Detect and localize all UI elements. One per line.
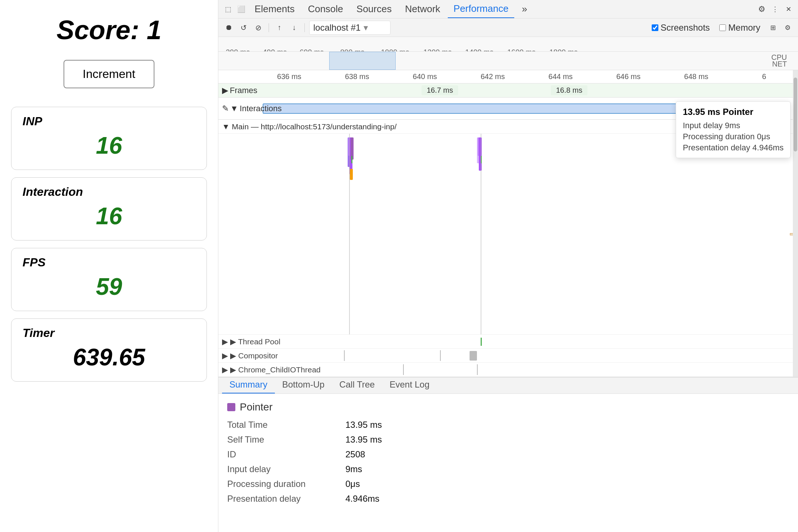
zoom-638: 638 ms: [323, 72, 391, 81]
ruler-600ms: 600 ms: [300, 48, 324, 52]
tab-elements[interactable]: Elements: [249, 0, 300, 18]
ruler-1400ms: 1400 ms: [465, 48, 494, 52]
reload-record-button[interactable]: ↺: [238, 22, 249, 34]
summary-presentation-key: Presentation delay: [227, 494, 345, 504]
clear-button[interactable]: ⊘: [252, 22, 264, 34]
child-iothread-row[interactable]: ▶ ▶ Chrome_ChildIOThread: [218, 363, 798, 377]
id-val: 2508: [345, 449, 365, 460]
tooltip-presentation-label: Presentation delay: [683, 143, 750, 152]
device-icon[interactable]: ⬜: [235, 3, 247, 15]
tab-event-log[interactable]: Event Log: [382, 376, 437, 393]
score-label: Score:: [57, 15, 139, 45]
memory-toggle[interactable]: Memory: [719, 23, 760, 33]
child-io-tri: ▶: [222, 365, 228, 374]
increment-button[interactable]: Increment: [64, 60, 154, 88]
frames-row: ▶ Frames 16.7 ms 16.8 ms: [218, 83, 798, 98]
screenshots-toggle[interactable]: Screenshots: [652, 23, 710, 33]
inp-label: INP: [23, 115, 195, 128]
pointer-header: Pointer: [227, 401, 789, 413]
tab-network[interactable]: Network: [399, 0, 446, 18]
tooltip-presentation: Presentation delay 4.946ms: [683, 143, 784, 153]
total-time-key: Total Time: [227, 420, 345, 430]
compositor-row[interactable]: ▶ ▶ Compositor: [218, 349, 798, 363]
selection-region: [329, 52, 396, 70]
ruler-1200ms: 1200 ms: [423, 48, 452, 52]
tab-more[interactable]: »: [516, 0, 533, 18]
fps-value: 59: [23, 273, 195, 300]
compositor-label: ▶ Compositor: [230, 351, 278, 360]
timer-value: 639.65: [23, 344, 195, 371]
screenshots-checkbox[interactable]: [652, 24, 658, 31]
tab-performance[interactable]: Performance: [448, 0, 515, 18]
zoom-640: 640 ms: [391, 72, 459, 81]
tab-summary[interactable]: Summary: [222, 376, 275, 393]
childio-tick-2: [477, 364, 478, 375]
tooltip-processing: Processing duration 0μs: [683, 132, 784, 141]
flame-chart[interactable]: [218, 134, 798, 335]
interaction-card: Interaction 16: [11, 177, 207, 241]
self-time-key: Self Time: [227, 434, 345, 445]
fps-card: FPS 59: [11, 248, 207, 311]
bottom-tabs: Summary Bottom-Up Call Tree Event Log: [218, 378, 798, 394]
summary-table: Total Time 13.95 ms Self Time 13.95 ms I…: [227, 420, 789, 504]
id-row: ID 2508: [227, 449, 789, 460]
cpu-net-overview: CPU NET: [218, 52, 798, 70]
thread-pool-green: [481, 338, 482, 346]
ruler-1000ms: 1000 ms: [381, 48, 409, 52]
zoom-end: 6: [730, 72, 798, 81]
url-chevron-icon: ▾: [364, 23, 368, 33]
pointer-title: Pointer: [240, 401, 273, 413]
close-icon[interactable]: ✕: [782, 3, 794, 15]
record-button[interactable]: ⏺: [223, 22, 235, 34]
timer-card: Timer 639.65: [11, 318, 207, 382]
ruler-200ms: 200 ms: [226, 48, 250, 52]
toolbar-separator-2: [304, 23, 305, 32]
memory-checkbox[interactable]: [719, 24, 726, 31]
summary-processing-row: Processing duration 0μs: [227, 479, 789, 489]
capture-settings-icon[interactable]: ⊞: [767, 22, 779, 34]
devtools-tabbar: ⬚ ⬜ Elements Console Sources Network Per…: [218, 0, 798, 18]
thread-pool-row[interactable]: ▶ ▶ Thread Pool: [218, 335, 798, 349]
thread-pool-tri: ▶: [222, 337, 228, 346]
thread-pool-label: ▶ Thread Pool: [230, 337, 280, 346]
timeline-main[interactable]: 636 ms 638 ms 640 ms 642 ms 644 ms 646 m…: [218, 70, 798, 377]
interaction-label: Interaction: [23, 185, 195, 199]
interaction-tooltip: 13.95 ms Pointer Input delay 9ms Process…: [676, 101, 791, 158]
frames-badge-2: 16.8 ms: [551, 85, 587, 95]
upload-button[interactable]: ↑: [273, 22, 285, 34]
tooltip-processing-val: 0μs: [757, 132, 770, 141]
timer-label: Timer: [23, 326, 195, 340]
tab-bottom-up[interactable]: Bottom-Up: [275, 376, 332, 393]
frames-label: ▶ Frames: [222, 86, 258, 95]
summary-presentation-val: 4.946ms: [345, 494, 379, 504]
inp-value: 16: [23, 132, 195, 159]
id-key: ID: [227, 449, 345, 460]
ruler-400ms: 400 ms: [263, 48, 287, 52]
inspect-icon[interactable]: ⬚: [222, 3, 234, 15]
tab-console[interactable]: Console: [302, 0, 349, 18]
left-panel: Score: 1 Increment INP 16 Interaction 16…: [0, 0, 218, 532]
toolbar-separator: [269, 23, 269, 32]
tooltip-input-delay: Input delay 9ms: [683, 121, 784, 130]
memory-label: Memory: [728, 23, 760, 33]
summary-processing-key: Processing duration: [227, 479, 345, 489]
summary-content: Pointer Total Time 13.95 ms Self Time 13…: [218, 394, 798, 532]
tab-call-tree[interactable]: Call Tree: [332, 376, 382, 393]
interactions-label: ✎ ▼ Interactions: [222, 104, 282, 113]
timeline-scrollbar-thumb[interactable]: [794, 78, 797, 151]
settings-gear-icon[interactable]: ⚙: [756, 3, 768, 15]
ruler-1800ms: 1800 ms: [549, 48, 578, 52]
download-button[interactable]: ↓: [288, 22, 300, 34]
more-options-icon[interactable]: ⋮: [769, 3, 781, 15]
zoom-636: 636 ms: [255, 72, 323, 81]
tab-sources[interactable]: Sources: [351, 0, 398, 18]
total-time-val: 13.95 ms: [345, 420, 382, 430]
url-selector[interactable]: localhost #1 ▾: [309, 21, 391, 35]
vline-2: [481, 134, 481, 334]
zoom-ruler: 636 ms 638 ms 640 ms 642 ms 644 ms 646 m…: [218, 70, 798, 83]
tooltip-title: 13.95 ms Pointer: [683, 107, 784, 117]
compositor-tri: ▶: [222, 351, 228, 360]
perf-settings-icon[interactable]: ⚙: [782, 22, 794, 34]
tooltip-input-label: Input delay: [683, 121, 723, 130]
interactions-row: ✎ ▼ Interactions 13.95 ms Pointer Input …: [218, 98, 798, 120]
